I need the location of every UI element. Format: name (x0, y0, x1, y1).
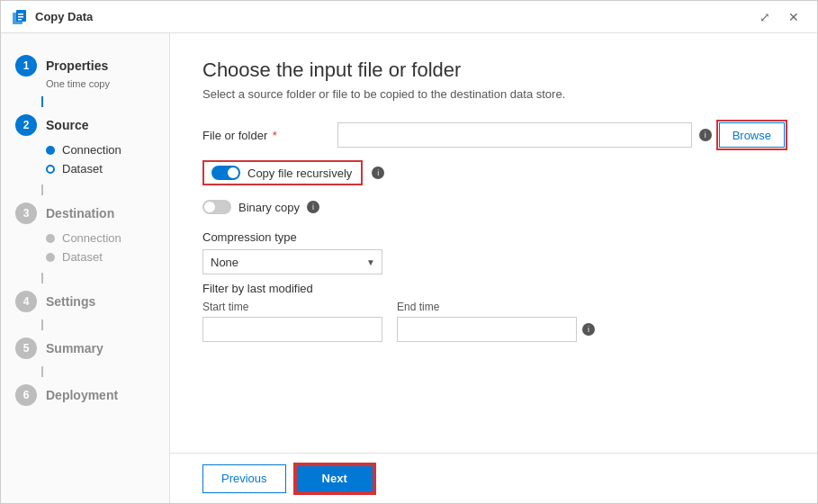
sidebar: 1 Properties One time copy 2 Source (1, 33, 170, 503)
step4-label: Settings (46, 294, 95, 309)
copy-data-icon (12, 9, 28, 25)
dest-connection-label: Connection (62, 231, 121, 245)
filter-inputs: Start time End time i (202, 301, 785, 342)
titlebar-left: Copy Data (12, 9, 93, 25)
file-folder-input[interactable] (337, 122, 692, 148)
copy-recursively-label: Copy file recursively (247, 166, 352, 180)
dest-dataset-label: Dataset (62, 250, 103, 264)
start-time-group: Start time (202, 301, 382, 342)
page-title: Choose the input file or folder (202, 58, 785, 82)
main-content: Choose the input file or folder Select a… (170, 33, 817, 453)
source-connection-dot (46, 146, 55, 155)
step6-circle: 6 (15, 384, 37, 406)
titlebar: Copy Data ⤢ ✕ (1, 1, 817, 33)
close-button[interactable]: ✕ (781, 4, 806, 30)
compression-select[interactable]: None GZip Deflate BZip2 ZipDeflate Snapp… (202, 249, 382, 274)
step3-label: Destination (46, 206, 114, 220)
sidebar-item-destination[interactable]: 3 Destination Connection Dataset (1, 195, 169, 273)
connector-3-4 (41, 273, 43, 284)
step2-header: 2 Source (15, 114, 155, 136)
step2-label: Source (46, 118, 88, 132)
connector-4-5 (41, 320, 43, 330)
step1-label: Properties (46, 58, 108, 73)
source-dataset-dot (46, 165, 55, 174)
step2-circle: 2 (15, 114, 37, 136)
previous-button[interactable]: Previous (202, 464, 286, 493)
step5-circle: 5 (15, 338, 37, 359)
source-dataset-label: Dataset (62, 162, 103, 176)
end-time-group: End time i (397, 301, 595, 342)
compression-section: Compression type None GZip Deflate BZip2… (202, 230, 785, 274)
source-connection-label: Connection (62, 143, 121, 157)
copy-recursively-toggle-box: Copy file recursively (202, 160, 363, 185)
step3-circle: 3 (15, 202, 37, 224)
dest-dataset-item[interactable]: Dataset (46, 248, 155, 266)
connector-1-2 (41, 96, 43, 107)
sidebar-item-summary[interactable]: 5 Summary (1, 330, 169, 366)
step5-header: 5 Summary (15, 338, 155, 359)
window-title: Copy Data (35, 10, 93, 23)
start-time-label: Start time (202, 301, 382, 313)
binary-copy-label: Binary copy (238, 201, 300, 214)
source-connection-item[interactable]: Connection (46, 141, 155, 158)
next-button[interactable]: Next (295, 464, 374, 493)
page-subtitle: Select a source folder or file to be cop… (202, 87, 785, 101)
dest-connection-item[interactable]: Connection (46, 230, 155, 247)
titlebar-controls: ⤢ ✕ (752, 4, 806, 30)
source-dataset-item[interactable]: Dataset (46, 160, 155, 177)
sidebar-item-properties[interactable]: 1 Properties One time copy (1, 48, 169, 96)
binary-copy-toggle[interactable] (202, 200, 231, 214)
end-time-info[interactable]: i (582, 323, 595, 336)
connector-5-6 (41, 366, 43, 377)
copy-recursively-row: Copy file recursively i (202, 160, 785, 185)
browse-button[interactable]: Browse (719, 122, 785, 148)
file-folder-input-wrap: i Browse (337, 122, 785, 148)
step3-subitems: Connection Dataset (46, 230, 155, 266)
start-time-input[interactable] (202, 317, 382, 342)
dest-dataset-dot (46, 253, 55, 262)
file-folder-label: File or folder * (202, 129, 328, 142)
content-area: 1 Properties One time copy 2 Source (1, 33, 817, 503)
svg-rect-4 (18, 19, 22, 21)
filter-section: Filter by last modified Start time End t… (202, 282, 785, 342)
binary-copy-info[interactable]: i (307, 201, 319, 213)
svg-rect-2 (18, 14, 23, 15)
binary-copy-row: Binary copy i (202, 194, 785, 220)
step2-subitems: Connection Dataset (46, 141, 155, 177)
sidebar-item-deployment[interactable]: 6 Deployment (1, 377, 169, 413)
copy-recursively-info[interactable]: i (372, 166, 384, 179)
end-time-input[interactable] (397, 317, 577, 342)
step5-label: Summary (46, 341, 103, 356)
main-area: Choose the input file or folder Select a… (170, 33, 817, 503)
file-folder-info-dot[interactable]: i (699, 129, 712, 141)
dest-connection-dot (46, 234, 55, 243)
step1-header: 1 Properties (15, 55, 155, 76)
compression-label: Compression type (202, 230, 785, 244)
compression-select-wrap: None GZip Deflate BZip2 ZipDeflate Snapp… (202, 249, 382, 274)
step1-circle: 1 (15, 55, 37, 76)
step3-header: 3 Destination (15, 202, 155, 224)
step6-label: Deployment (46, 388, 118, 402)
sidebar-item-settings[interactable]: 4 Settings (1, 284, 169, 320)
connector-2-3 (41, 184, 43, 195)
step4-circle: 4 (15, 291, 37, 312)
svg-rect-3 (18, 16, 23, 18)
footer: Previous Next (170, 453, 817, 503)
step1-sublabel: One time copy (46, 78, 155, 89)
file-folder-row: File or folder * i Browse (202, 122, 785, 148)
copy-data-window: Copy Data ⤢ ✕ 1 Properties One time copy (0, 0, 818, 504)
filter-label: Filter by last modified (202, 282, 785, 295)
end-time-label: End time (397, 301, 595, 313)
step4-header: 4 Settings (15, 291, 155, 312)
copy-recursively-toggle[interactable] (211, 166, 240, 180)
sidebar-item-source[interactable]: 2 Source Connection Dataset (1, 107, 169, 184)
maximize-button[interactable]: ⤢ (752, 4, 778, 30)
step6-header: 6 Deployment (15, 384, 155, 406)
